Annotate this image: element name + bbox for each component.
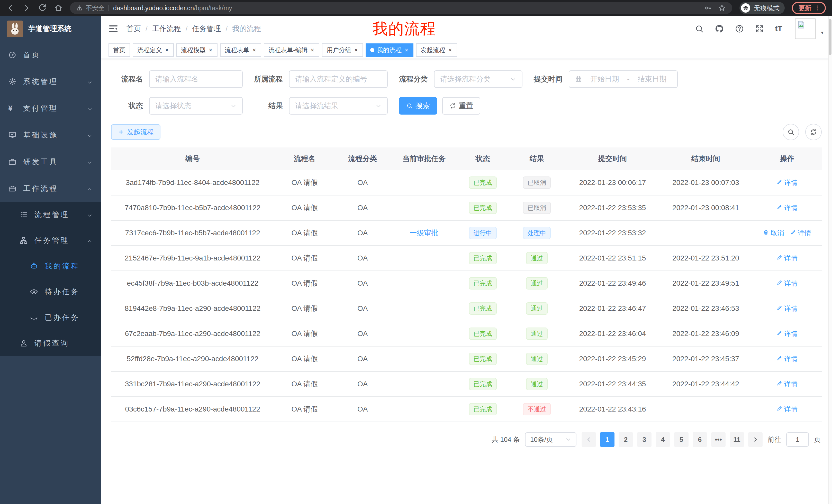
cancel-action-link[interactable]: 取消 xyxy=(763,229,784,237)
page-button-1[interactable]: 1 xyxy=(600,432,615,447)
breadcrumb-item[interactable]: 工作流程 xyxy=(152,24,181,34)
github-icon[interactable] xyxy=(715,24,724,33)
detail-action-link[interactable]: 详情 xyxy=(777,203,798,213)
breadcrumb-item[interactable]: 任务管理 xyxy=(192,24,221,34)
detail-action-link[interactable]: 详情 xyxy=(777,254,798,263)
key-icon[interactable] xyxy=(704,4,712,12)
breadcrumb-item[interactable]: 首页 xyxy=(127,24,141,34)
address-bar[interactable]: 不安全 dashboard.yudao.iocoder.cn/bpm/task/… xyxy=(70,2,732,14)
page-button-4[interactable]: 4 xyxy=(656,432,670,447)
detail-action-link[interactable]: 详情 xyxy=(777,304,798,313)
search-toggle-button[interactable] xyxy=(783,124,799,140)
refresh-table-button[interactable] xyxy=(805,124,822,140)
avatar-caret-icon[interactable]: ▼ xyxy=(820,31,824,35)
result-badge: 通过 xyxy=(526,302,548,315)
detail-action-link[interactable]: 详情 xyxy=(777,279,798,288)
page-button-5[interactable]: 5 xyxy=(674,432,688,447)
create-process-button[interactable]: 发起流程 xyxy=(111,124,160,140)
table-toolbar: 发起流程 xyxy=(111,124,822,140)
process-name: OA 请假 xyxy=(274,170,335,195)
sidebar-item-0[interactable]: 首页 xyxy=(0,41,101,68)
process-category-select[interactable]: 请选择流程分类 xyxy=(434,71,522,88)
detail-action-link[interactable]: 详情 xyxy=(777,405,798,414)
browser-reload-icon[interactable] xyxy=(38,4,47,12)
browser-update-button[interactable]: 更新 xyxy=(792,2,826,14)
page-button-3[interactable]: 3 xyxy=(637,432,651,447)
bookmark-star-icon[interactable] xyxy=(718,4,726,12)
tab-流程表单[interactable]: 流程表单× xyxy=(220,44,261,57)
trash-icon xyxy=(763,229,769,237)
question-icon[interactable] xyxy=(735,24,744,33)
sidebar-collapse-icon[interactable] xyxy=(108,24,118,34)
sidebar-item-10[interactable]: 已办任务 xyxy=(0,305,101,330)
sidebar-item-6[interactable]: 流程管理 xyxy=(0,202,101,228)
submit-time-daterange[interactable]: 开始日期-结束日期 xyxy=(569,71,678,88)
prev-page-button[interactable] xyxy=(581,432,596,447)
detail-action-link[interactable]: 详情 xyxy=(777,380,798,389)
tab-流程定义[interactable]: 流程定义× xyxy=(133,44,174,57)
goto-page-input[interactable] xyxy=(786,432,809,447)
process-name-input[interactable] xyxy=(149,71,243,88)
url-text[interactable]: dashboard.yudao.iocoder.cn/bpm/task/my xyxy=(113,4,232,12)
tab-我的流程[interactable]: 我的流程× xyxy=(366,44,413,57)
browser-home-icon[interactable] xyxy=(54,4,63,12)
tab-用户分组[interactable]: 用户分组× xyxy=(322,44,363,57)
detail-action-link[interactable]: 详情 xyxy=(777,355,798,363)
status-cell: 已完成 xyxy=(458,321,508,346)
tab-close-icon[interactable]: × xyxy=(354,47,358,53)
sidebar-menu: 首页系统管理¥支付管理基础设施研发工具工作流程流程管理任务管理我的流程待办任务已… xyxy=(0,41,101,356)
page-ellipsis[interactable]: ••• xyxy=(711,432,726,447)
tab-close-icon[interactable]: × xyxy=(164,47,169,53)
sidebar-item-5[interactable]: 工作流程 xyxy=(0,175,101,202)
sidebar-item-4[interactable]: 研发工具 xyxy=(0,148,101,175)
browser-back-icon[interactable] xyxy=(6,4,15,12)
fullscreen-icon[interactable] xyxy=(755,24,764,33)
tab-流程表单-编辑[interactable]: 流程表单-编辑× xyxy=(264,44,319,57)
detail-action-link[interactable]: 详情 xyxy=(777,329,798,338)
tab-发起流程[interactable]: 发起流程× xyxy=(416,44,457,57)
sidebar-item-8[interactable]: 我的流程 xyxy=(0,253,101,279)
page-button-6[interactable]: 6 xyxy=(693,432,707,447)
reset-button[interactable]: 重置 xyxy=(442,97,480,115)
search-icon[interactable] xyxy=(695,24,704,33)
app-logo[interactable]: 芋道管理系统 xyxy=(0,16,101,41)
page-button-2[interactable]: 2 xyxy=(619,432,633,447)
process-definition-field[interactable] xyxy=(295,75,382,83)
tab-流程模型[interactable]: 流程模型× xyxy=(176,44,217,57)
sidebar-item-3[interactable]: 基础设施 xyxy=(0,122,101,148)
font-size-icon[interactable]: tT xyxy=(775,24,784,33)
result-select[interactable]: 请选择流结果 xyxy=(289,97,388,115)
table-row: 67c2eaab-7b9a-11ec-a290-acde48001122OA 请… xyxy=(111,321,822,346)
sidebar-item-1[interactable]: 系统管理 xyxy=(0,68,101,95)
sidebar-item-9[interactable]: 待办任务 xyxy=(0,279,101,305)
tab-close-icon[interactable]: × xyxy=(310,47,315,53)
filter-label-submit-time: 提交时间 xyxy=(534,74,563,84)
search-button[interactable]: 搜索 xyxy=(399,97,437,115)
next-page-button[interactable] xyxy=(748,432,762,447)
process-definition-input[interactable] xyxy=(289,71,388,88)
page-size-select[interactable]: 10条/页 xyxy=(525,432,576,447)
browser-menu-dots-icon[interactable] xyxy=(814,5,821,11)
tab-close-icon[interactable]: × xyxy=(404,47,409,53)
user-avatar[interactable] xyxy=(795,19,815,39)
scrollbar-track[interactable] xyxy=(828,16,832,504)
sidebar-item-2[interactable]: ¥支付管理 xyxy=(0,95,101,122)
detail-action-link[interactable]: 详情 xyxy=(777,178,798,187)
task-link[interactable]: 一级审批 xyxy=(410,229,438,237)
tab-close-icon[interactable]: × xyxy=(208,47,213,53)
sidebar-item-label: 工作流程 xyxy=(23,184,58,193)
tab-首页[interactable]: 首页 xyxy=(108,44,130,57)
scrollbar-thumb[interactable] xyxy=(829,19,831,55)
page-button-11[interactable]: 11 xyxy=(730,432,744,447)
status-select[interactable]: 请选择状态 xyxy=(149,97,243,115)
status-badge: 进行中 xyxy=(469,227,497,239)
browser-forward-icon[interactable] xyxy=(22,4,31,12)
tab-close-icon[interactable]: × xyxy=(448,47,452,53)
process-name-field[interactable] xyxy=(155,75,237,83)
detail-action-link[interactable]: 详情 xyxy=(790,229,811,237)
sidebar-item-7[interactable]: 任务管理 xyxy=(0,228,101,253)
tab-close-icon[interactable]: × xyxy=(252,47,257,53)
sidebar-item-11[interactable]: 请假查询 xyxy=(0,330,101,356)
security-warning[interactable]: 不安全 xyxy=(76,4,104,12)
submit-time: 2022-01-22 23:44:35 xyxy=(566,371,659,397)
